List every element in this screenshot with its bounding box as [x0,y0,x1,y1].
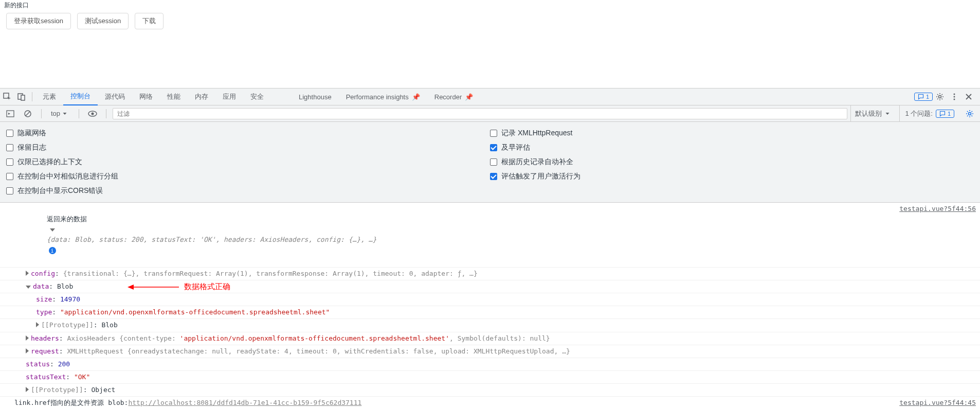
checkbox-hide-network[interactable] [6,130,13,137]
checkbox-user-activation[interactable] [490,173,497,180]
svg-point-4 [954,94,955,95]
console-output: 返回来的数据 {data: Blob, status: 200, statusT… [0,203,980,408]
checkbox-autocomplete-history[interactable] [490,158,497,166]
object-property-row[interactable]: request: XMLHttpRequest {onreadystatecha… [0,345,980,358]
messages-badge[interactable]: 1 [914,93,933,101]
filter-input[interactable] [113,108,847,119]
tab-performance[interactable]: 性能 [160,88,188,105]
log-prefix: link.href指向的是文件资源 blob: [14,399,128,406]
object-property-row[interactable]: type: "application/vnd.openxmlformats-of… [0,306,980,319]
log-entry[interactable]: 返回来的数据 {data: Blob, status: 200, statusT… [0,203,980,268]
page-title: 新的接口 [2,0,978,11]
console-settings-icon[interactable] [963,107,977,121]
setting-label: 根据历史记录自动补全 [501,157,573,167]
download-button[interactable]: 下载 [135,13,164,29]
checkbox-show-cors[interactable] [6,187,13,194]
tab-memory[interactable]: 内存 [188,88,215,105]
setting-label: 记录 XMLHttpRequest [501,129,573,138]
object-property-row[interactable]: size: 14970 [0,293,980,306]
devtools-tabs: 元素 控制台 源代码 网络 性能 内存 应用 安全 Lighthouse Per… [35,88,480,105]
tab-sources[interactable]: 源代码 [98,88,132,105]
console-toolbar: top 默认级别 1 个问题: 1 [0,105,980,122]
setting-label: 在控制台中显示CORS错误 [17,186,103,196]
svg-point-10 [92,112,94,115]
expand-toggle-icon[interactable] [26,271,29,276]
clear-console-icon[interactable] [21,107,35,121]
object-property-row[interactable]: headers: AxiosHeaders {content-type: 'ap… [0,332,980,345]
context-selector[interactable]: top [48,109,72,118]
close-icon[interactable] [961,90,976,104]
tab-application[interactable]: 应用 [215,88,243,105]
devtools-tabbar: 元素 控制台 源代码 网络 性能 内存 应用 安全 Lighthouse Per… [0,88,980,105]
source-link[interactable]: testapi.vue?5f44:45 [893,398,976,408]
tab-security[interactable]: 安全 [243,88,271,105]
svg-point-11 [969,112,971,115]
svg-rect-2 [21,95,25,100]
devtools-panel: 元素 控制台 源代码 网络 性能 内存 应用 安全 Lighthouse Per… [0,88,980,408]
object-property-row[interactable]: [[Prototype]]: Object [0,384,980,397]
expand-toggle-icon[interactable] [36,322,39,327]
issues-indicator[interactable]: 1 个问题: 1 [899,105,959,121]
log-level-selector[interactable]: 默认级别 [850,105,896,121]
sidebar-toggle-icon[interactable] [3,107,17,121]
checkbox-preserve-log[interactable] [6,144,13,151]
object-property-row[interactable]: data: Blob 数据格式正确 [0,280,980,293]
tab-perf-insights[interactable]: Performance insights📌 [339,88,427,105]
console-settings-panel: 隐藏网络 保留日志 仅限已选择的上下文 在控制台中对相似消息进行分组 在控制台中… [0,122,980,203]
checkbox-eager-eval[interactable] [490,144,497,151]
svg-point-6 [954,99,955,100]
settings-icon[interactable] [933,90,947,104]
svg-point-5 [954,96,955,98]
expand-toggle-icon[interactable] [26,335,29,341]
inspect-icon[interactable] [0,90,14,104]
tab-console[interactable]: 控制台 [63,88,98,105]
checkbox-group-similar[interactable] [6,173,13,180]
setting-label: 及早评估 [501,143,530,152]
tab-recorder[interactable]: Recorder📌 [427,88,480,105]
pin-icon: 📌 [412,93,420,101]
live-expression-icon[interactable] [85,107,100,121]
object-summary: {data: Blob, status: 200, statusText: 'O… [47,236,377,243]
expand-toggle-icon[interactable] [26,286,31,289]
blob-url-link[interactable]: http://localhost:8081/ddfd14db-71e1-41cc… [128,399,361,406]
tab-lighthouse[interactable]: Lighthouse [292,88,339,105]
pin-icon: 📌 [465,93,473,101]
more-icon[interactable] [947,90,961,104]
log-prefix: 返回来的数据 [47,215,87,223]
login-session-button[interactable]: 登录获取session [6,13,71,29]
setting-label: 保留日志 [17,143,46,152]
svg-point-3 [939,96,941,98]
object-property-row[interactable]: [[Prototype]]: Blob [0,319,980,332]
checkbox-selected-context[interactable] [6,158,13,166]
source-link[interactable]: testapi.vue?5f44:56 [893,204,976,214]
checkbox-log-xhr[interactable] [490,130,497,137]
info-icon[interactable]: i [49,247,56,254]
setting-label: 隐藏网络 [17,129,46,138]
tab-elements[interactable]: 元素 [35,88,63,105]
setting-label: 在控制台中对相似消息进行分组 [17,172,118,181]
device-toolbar-icon[interactable] [14,90,29,104]
object-property-row[interactable]: statusText: "OK" [0,371,980,384]
tab-network[interactable]: 网络 [132,88,160,105]
object-property-row[interactable]: config: {transitional: {…}, transformReq… [0,268,980,280]
setting-label: 仅限已选择的上下文 [17,157,82,167]
test-session-button[interactable]: 测试session [77,13,129,29]
log-entry[interactable]: link.href指向的是文件资源 blob:http://localhost:… [0,397,980,408]
object-property-row[interactable]: status: 200 [0,358,980,371]
expand-toggle-icon[interactable] [26,387,29,392]
setting-label: 评估触发了用户激活行为 [501,172,580,181]
expand-toggle-icon[interactable] [50,228,55,232]
expand-toggle-icon[interactable] [26,348,29,353]
